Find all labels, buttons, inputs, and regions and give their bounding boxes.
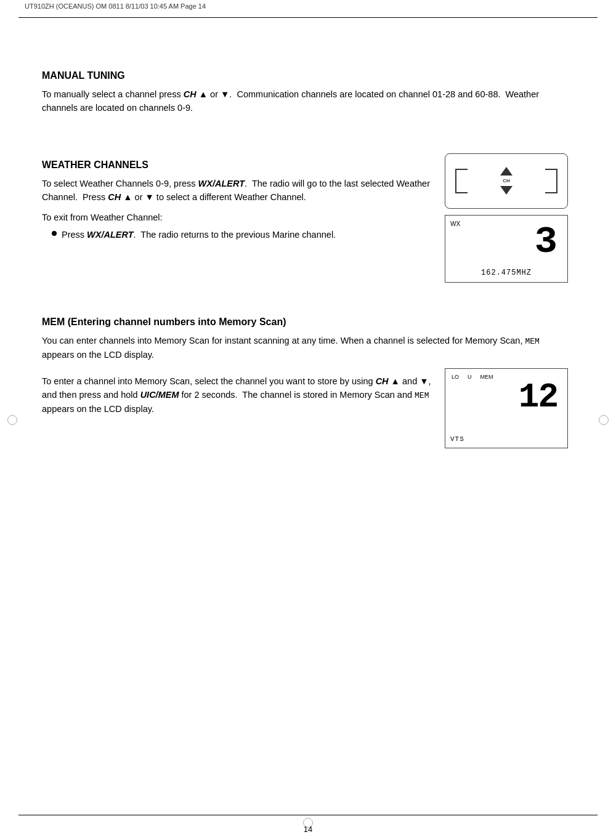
section-weather-channels: WEATHER CHANNELS To select Weather Chann… [42, 160, 574, 283]
ch-bold-2: CH [108, 192, 121, 202]
reg-mark-right [599, 415, 609, 425]
mem-left-text: To enter a channel into Memory Scan, sel… [42, 368, 432, 416]
mem-title: MEM (Entering channel numbers into Memor… [42, 317, 574, 328]
mem-right-display: LO U MEM 12 VTS [445, 368, 574, 448]
lcd-weather-display: WX 3 162.475MHZ [445, 215, 568, 283]
arrow-down-icon [500, 186, 513, 195]
weather-exit-label: To exit from Weather Channel: [42, 211, 432, 224]
bracket-right [545, 169, 557, 193]
weather-bullet-list: Press WX/ALERT. The radio returns to the… [52, 228, 432, 241]
section-mem: MEM (Entering channel numbers into Memor… [42, 317, 574, 448]
manual-tuning-body: To manually select a channel press CH ▲ … [42, 87, 574, 115]
device-inner: CH [500, 167, 513, 195]
weather-text: WEATHER CHANNELS To select Weather Chann… [42, 160, 432, 244]
mem-para2: To enter a channel into Memory Scan, sel… [42, 374, 432, 416]
device-illustration-top: CH [445, 153, 568, 209]
main-content: MANUAL TUNING To manually select a chann… [42, 27, 574, 803]
mem-label: MEM [480, 374, 493, 380]
uic-mem-bold: UIC/MEM [140, 390, 179, 400]
ch-bold: CH [184, 89, 197, 99]
page-number: 14 [304, 825, 312, 834]
mem-para1: You can enter channels into Memory Scan … [42, 334, 574, 362]
rule-bottom [18, 815, 598, 815]
bullet-dot [52, 231, 57, 236]
reg-mark-left [7, 415, 17, 425]
lcd-channel-number: 3 [452, 220, 561, 261]
arrow-up-icon [500, 167, 513, 176]
rule-top [18, 17, 598, 18]
lcd-mem-number: 12 [452, 380, 561, 414]
lcd-frequency: 162.475MHZ [450, 269, 562, 277]
lcd-mem-bottom: VTS [450, 435, 464, 443]
weather-bullet-text: Press WX/ALERT. The radio returns to the… [62, 228, 336, 241]
mem-body-flex: To enter a channel into Memory Scan, sel… [42, 368, 574, 448]
manual-tuning-title: MANUAL TUNING [42, 70, 574, 81]
weather-illustrations: CH WX 3 162.475MHZ [445, 153, 574, 283]
doc-header-text: UT910ZH (OCEANUS) OM 0811 8/11/03 10:45 … [25, 2, 206, 10]
lcd-wx-label: WX [450, 220, 460, 227]
ch-bold-3: CH [376, 376, 389, 386]
lcd-mem-display: LO U MEM 12 VTS [445, 368, 568, 448]
mem-mono-1: MEM [525, 337, 540, 346]
weather-bullet-item: Press WX/ALERT. The radio returns to the… [52, 228, 432, 241]
u-label: U [468, 374, 472, 380]
wx-alert-bold-2: WX/ALERT [87, 230, 133, 240]
ch-label: CH [503, 178, 510, 184]
weather-title: WEATHER CHANNELS [42, 160, 432, 171]
bracket-left [455, 169, 468, 193]
wx-alert-bold: WX/ALERT [198, 179, 245, 188]
lo-label: LO [452, 374, 459, 380]
doc-header: UT910ZH (OCEANUS) OM 0811 8/11/03 10:45 … [25, 2, 591, 10]
mem-mono-2: MEM [415, 391, 429, 400]
section-manual-tuning: MANUAL TUNING To manually select a chann… [42, 70, 574, 115]
weather-intro: To select Weather Channels 0-9, press WX… [42, 177, 432, 204]
